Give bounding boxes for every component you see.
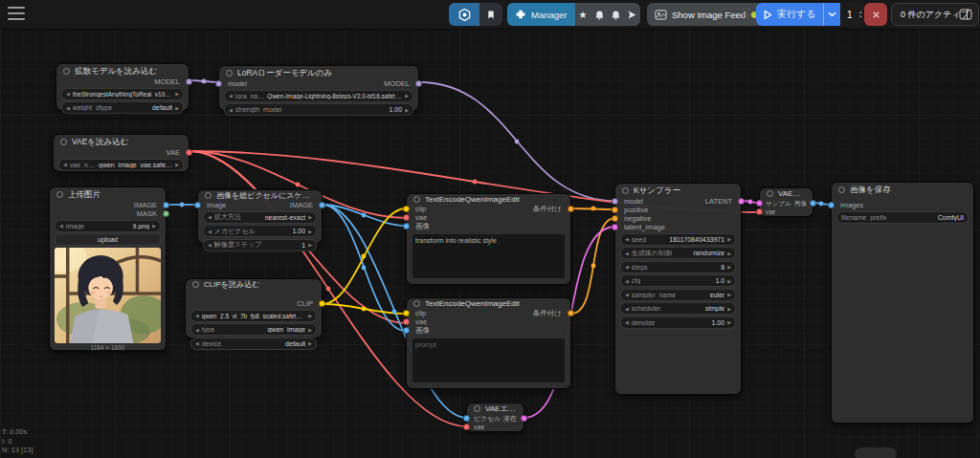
notification-button-2[interactable] bbox=[608, 3, 624, 26]
widget-upscale-method[interactable]: ◀拡大方法nearest-exact▶ bbox=[203, 211, 317, 224]
input-socket-images[interactable] bbox=[828, 202, 835, 208]
increment-arrow-icon[interactable]: ▶ bbox=[727, 292, 731, 297]
input-socket-vae[interactable] bbox=[403, 318, 410, 325]
input-socket-vae[interactable] bbox=[463, 424, 470, 430]
decrement-arrow-icon[interactable]: ◀ bbox=[625, 251, 629, 256]
star-button[interactable]: ★ bbox=[575, 3, 591, 26]
manager-button[interactable]: Manager bbox=[507, 3, 575, 26]
collapse-dot-icon[interactable] bbox=[205, 192, 212, 199]
input-socket-positive[interactable] bbox=[612, 207, 618, 213]
widget-megapixels[interactable]: ◀メガピクセル1.00▶ bbox=[203, 225, 317, 237]
collapse-dot-icon[interactable] bbox=[838, 186, 845, 193]
increment-arrow-icon[interactable]: ▶ bbox=[405, 107, 409, 113]
output-socket-image[interactable] bbox=[163, 202, 169, 208]
node-vae-decode[interactable]: VAEデコ... サンプル 画像 vae bbox=[759, 187, 813, 217]
increment-arrow-icon[interactable]: ▶ bbox=[308, 229, 312, 234]
node-title-bar[interactable]: VAEエン... bbox=[467, 403, 523, 414]
input-socket-image[interactable] bbox=[403, 223, 410, 229]
prompt-textarea[interactable] bbox=[412, 338, 566, 383]
increment-arrow-icon[interactable]: ▶ bbox=[175, 91, 179, 97]
menu-icon[interactable] bbox=[8, 7, 25, 20]
run-options-button[interactable] bbox=[823, 3, 840, 26]
widget-steps[interactable]: ◀steps8▶ bbox=[620, 261, 736, 273]
output-socket-latent[interactable] bbox=[738, 198, 745, 205]
widget-lora-name[interactable]: ◀lora_nameQwen-Image-Lightning-8steps-V2… bbox=[224, 90, 413, 102]
node-title-bar[interactable]: LoRAローダーモデルのみ bbox=[219, 66, 418, 79]
decrement-arrow-icon[interactable]: ◀ bbox=[229, 93, 233, 98]
output-socket-conditioning[interactable] bbox=[568, 206, 574, 212]
increment-arrow-icon[interactable]: ▶ bbox=[308, 327, 312, 333]
input-socket-latent-image[interactable] bbox=[612, 224, 618, 230]
comfyui-logo-button[interactable] bbox=[449, 3, 479, 26]
decrement-arrow-icon[interactable]: ◀ bbox=[229, 107, 233, 113]
node-title-bar[interactable]: VAEデコ... bbox=[760, 188, 813, 199]
decrement-arrow-icon[interactable]: ◀ bbox=[625, 264, 629, 270]
bookmark-button[interactable] bbox=[479, 3, 502, 26]
increment-arrow-icon[interactable]: ▶ bbox=[308, 340, 312, 346]
increment-arrow-icon[interactable]: ▶ bbox=[727, 264, 731, 270]
node-title-bar[interactable]: VAEを読み込む bbox=[54, 135, 189, 148]
node-load-diffusion-model[interactable]: 拡散モデルを読み込む MODEL ◀theStrongestAnythingTo… bbox=[56, 63, 189, 111]
node-title-bar[interactable]: 画像を総ピクセルにスケール bbox=[198, 190, 322, 201]
prompt-textarea[interactable]: transform into realistic style bbox=[412, 233, 566, 279]
decrement-arrow-icon[interactable]: ◀ bbox=[625, 236, 629, 242]
input-socket-clip[interactable] bbox=[403, 310, 410, 316]
node-lora-loader[interactable]: LoRAローダーモデルのみ model MODEL ◀lora_nameQwen… bbox=[218, 65, 419, 111]
decrement-arrow-icon[interactable]: ◀ bbox=[208, 229, 212, 234]
collapse-dot-icon[interactable] bbox=[192, 281, 199, 288]
widget-weight-dtype[interactable]: ◀weight_dtypedefault▶ bbox=[61, 101, 184, 114]
collapse-dot-icon[interactable] bbox=[63, 68, 70, 75]
input-socket-vae[interactable] bbox=[756, 208, 763, 215]
node-title-bar[interactable]: TextEncodeQwenImageEdit bbox=[407, 194, 570, 205]
node-title-bar[interactable]: Kサンプラー bbox=[615, 184, 741, 197]
input-socket-image[interactable] bbox=[194, 202, 201, 208]
output-socket-latent[interactable] bbox=[521, 415, 527, 422]
increment-arrow-icon[interactable]: ▶ bbox=[308, 242, 312, 248]
cancel-run-button[interactable] bbox=[864, 3, 887, 26]
collapse-dot-icon[interactable] bbox=[767, 190, 773, 197]
decrement-arrow-icon[interactable]: ◀ bbox=[66, 105, 70, 111]
widget-sampler-name[interactable]: ◀sampler_nameeuler▶ bbox=[620, 289, 736, 301]
input-socket-model[interactable] bbox=[612, 198, 618, 205]
decrement-arrow-icon[interactable]: ◀ bbox=[63, 162, 67, 167]
widget-strength-model[interactable]: ◀strength_model1.00▶ bbox=[224, 103, 413, 116]
upload-button[interactable]: upload bbox=[55, 233, 161, 246]
decrement-arrow-icon[interactable]: ◀ bbox=[208, 242, 212, 248]
output-socket-model[interactable] bbox=[415, 80, 422, 87]
widget-vae-name[interactable]: ◀vae_nameqwen_image_vae.safetensors▶ bbox=[58, 159, 184, 171]
output-socket-conditioning[interactable] bbox=[568, 310, 574, 316]
bottom-right-control-stub[interactable] bbox=[855, 447, 897, 458]
increment-arrow-icon[interactable]: ▶ bbox=[308, 313, 312, 318]
node-title-bar[interactable]: 拡散モデルを読み込む bbox=[56, 64, 189, 77]
node-save-image[interactable]: 画像を保存 images filename_prefixComfyUI bbox=[831, 182, 974, 424]
decrement-arrow-icon[interactable]: ◀ bbox=[195, 340, 199, 346]
output-socket-model[interactable] bbox=[186, 78, 192, 85]
batch-count-input[interactable]: 1 ▲▼ bbox=[840, 3, 865, 26]
decrement-arrow-icon[interactable]: ◀ bbox=[625, 319, 629, 325]
input-socket-pixels[interactable] bbox=[463, 415, 470, 422]
increment-arrow-icon[interactable]: ▶ bbox=[727, 278, 731, 284]
output-socket-image[interactable] bbox=[810, 200, 816, 207]
widget-device[interactable]: ◀devicedefault▶ bbox=[190, 338, 317, 350]
widget-model-name[interactable]: ◀theStrongestAnythingToReal_v10.safete..… bbox=[61, 88, 184, 100]
increment-arrow-icon[interactable]: ▶ bbox=[405, 93, 409, 98]
node-title-bar[interactable]: TextEncodeQwenImageEdit bbox=[407, 298, 570, 309]
input-socket-clip[interactable] bbox=[403, 206, 410, 212]
widget-seed[interactable]: ◀seed181170840433971▶ bbox=[620, 233, 736, 246]
widget-filename-prefix[interactable]: filename_prefixComfyUI bbox=[836, 211, 969, 224]
node-text-encode-negative[interactable]: TextEncodeQwenImageEdit clip 条件付け vae 画像 bbox=[406, 297, 571, 389]
node-title-bar[interactable]: 画像を保存 bbox=[832, 183, 973, 196]
toolbar-drag-handle-icon[interactable] bbox=[743, 9, 750, 20]
widget-cfg[interactable]: ◀cfg1.0▶ bbox=[620, 274, 736, 287]
node-load-vae[interactable]: VAEを読み込む VAE ◀vae_nameqwen_image_vae.saf… bbox=[53, 134, 189, 172]
input-socket-negative[interactable] bbox=[612, 215, 618, 222]
collapse-dot-icon[interactable] bbox=[60, 139, 67, 145]
widget-image-file[interactable]: ◀image9.png▶ bbox=[55, 220, 161, 232]
decrement-arrow-icon[interactable]: ◀ bbox=[208, 214, 212, 220]
node-load-clip[interactable]: CLIPを読み込む CLIP ◀qwen_2.5_vl_7b_fp8_scale… bbox=[185, 278, 323, 338]
increment-arrow-icon[interactable]: ▶ bbox=[727, 319, 731, 325]
collapse-dot-icon[interactable] bbox=[413, 196, 420, 203]
node-title-bar[interactable]: CLIPを読み込む bbox=[186, 279, 322, 290]
node-vae-encode[interactable]: VAEエン... ピクセル 潜在 vae bbox=[466, 403, 524, 432]
increment-arrow-icon[interactable]: ▶ bbox=[727, 306, 731, 312]
